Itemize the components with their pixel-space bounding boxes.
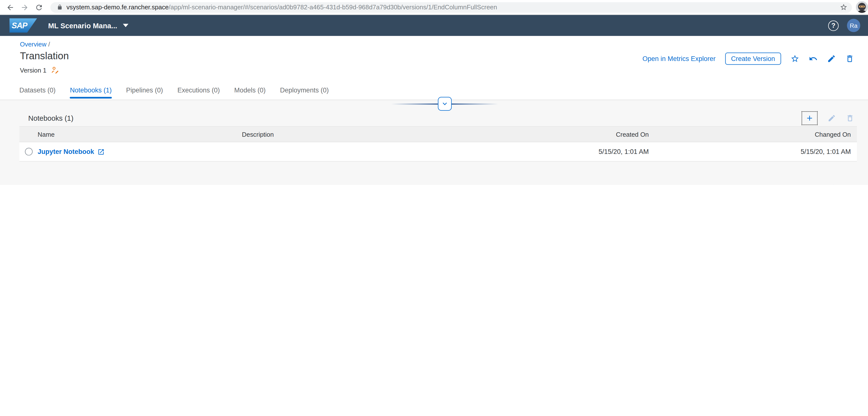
version-label: Version 1: [20, 67, 46, 73]
tab-pipelines[interactable]: Pipelines (0): [126, 86, 163, 100]
external-link-icon: [97, 148, 104, 155]
edit-pipeline-icon[interactable]: [828, 184, 836, 185]
app-title[interactable]: ML Scenario Mana...: [48, 22, 117, 30]
notebook-name: Jupyter Notebook: [38, 148, 94, 156]
notebook-row-radio[interactable]: [25, 148, 32, 156]
browser-profile-avatar[interactable]: [856, 1, 868, 13]
collapse-panel-button[interactable]: [438, 97, 452, 110]
page-header: Overview / Translation Version 1 Open in…: [0, 36, 868, 100]
notebook-created-on: 5/15/20, 1:01 AM: [463, 148, 649, 156]
content-area: Notebooks (1) Name Description Created O…: [0, 100, 868, 185]
notebooks-add-focus-outline: [802, 111, 817, 125]
tab-executions[interactable]: Executions (0): [177, 86, 220, 100]
col-changed-on: Changed On: [649, 131, 857, 137]
collapse-control: [392, 97, 498, 110]
collapse-line-left: [392, 103, 438, 104]
user-avatar[interactable]: Ra: [847, 19, 860, 32]
favorite-star-icon[interactable]: [790, 54, 799, 63]
browser-forward-icon[interactable]: [21, 3, 29, 11]
tab-models[interactable]: Models (0): [234, 86, 266, 100]
tab-deployments[interactable]: Deployments (0): [280, 86, 329, 100]
add-pipeline-icon[interactable]: [809, 184, 817, 185]
breadcrumb-separator-glyph: /: [48, 41, 50, 48]
edit-version-icon[interactable]: [51, 66, 59, 74]
help-icon[interactable]: ?: [828, 20, 839, 31]
lock-icon: [57, 4, 63, 10]
sap-logo[interactable]: SAP: [9, 18, 37, 33]
pipelines-section-title: Pipelines (0): [20, 184, 68, 185]
address-bar[interactable]: vsystem.sap-demo.fe.rancher.space/app/ml…: [51, 2, 852, 12]
bookmark-star-icon[interactable]: [840, 3, 847, 11]
delete-pipeline-icon[interactable]: [846, 184, 854, 185]
undo-icon[interactable]: [809, 54, 817, 63]
notebook-row[interactable]: Jupyter Notebook 5/15/20, 1:01 AM 5/15/2…: [20, 142, 857, 161]
chevron-down-icon: [441, 100, 449, 108]
browser-reload-icon[interactable]: [35, 3, 43, 11]
tab-datasets[interactable]: Datasets (0): [20, 86, 56, 100]
delete-notebook-icon[interactable]: [846, 114, 854, 122]
screen: vsystem.sap-demo.fe.rancher.space/app/ml…: [0, 0, 868, 185]
version-row: Version 1: [20, 66, 868, 74]
edit-pencil-icon[interactable]: [827, 54, 836, 63]
col-description: Description: [242, 131, 464, 137]
notebooks-section-title: Notebooks (1): [20, 114, 73, 122]
breadcrumb-overview-link[interactable]: Overview: [20, 41, 46, 48]
notebook-changed-on: 5/15/20, 1:01 AM: [649, 148, 857, 156]
notebooks-table-header: Name Description Created On Changed On: [20, 127, 857, 142]
url-path: /app/ml-scenario-manager/#/scenarios/ad0…: [169, 4, 497, 10]
url-text: vsystem.sap-demo.fe.rancher.space/app/ml…: [66, 4, 835, 10]
delete-trash-icon[interactable]: [845, 54, 854, 63]
open-in-metrics-explorer-link[interactable]: Open in Metrics Explorer: [643, 55, 716, 63]
notebooks-table: Name Description Created On Changed On J…: [20, 126, 857, 162]
col-created-on: Created On: [463, 131, 649, 137]
app-title-caret-icon[interactable]: [123, 24, 128, 27]
col-name: Name: [38, 131, 242, 137]
collapse-line-right: [452, 103, 498, 104]
url-domain: vsystem.sap-demo.fe.rancher.space: [66, 4, 169, 10]
deploy-cloud-upload-icon[interactable]: [791, 184, 799, 185]
tab-notebooks[interactable]: Notebooks (1): [70, 86, 112, 100]
breadcrumb: Overview /: [20, 41, 868, 48]
create-version-button[interactable]: Create Version: [725, 53, 781, 65]
shell-bar: SAP ML Scenario Mana... ? Ra: [0, 15, 868, 36]
sap-logo-text: SAP: [9, 21, 27, 30]
edit-notebook-icon[interactable]: [828, 114, 836, 122]
browser-back-icon[interactable]: [6, 3, 14, 11]
browser-chrome: vsystem.sap-demo.fe.rancher.space/app/ml…: [0, 0, 868, 15]
header-actions: Open in Metrics Explorer Create Version: [643, 53, 854, 65]
add-notebook-icon[interactable]: [806, 114, 814, 122]
section-pipelines: Pipelines (0) Name Description Template …: [20, 179, 857, 185]
execute-pipeline-icon[interactable]: [773, 184, 781, 185]
jupyter-notebook-link[interactable]: Jupyter Notebook: [38, 148, 242, 156]
